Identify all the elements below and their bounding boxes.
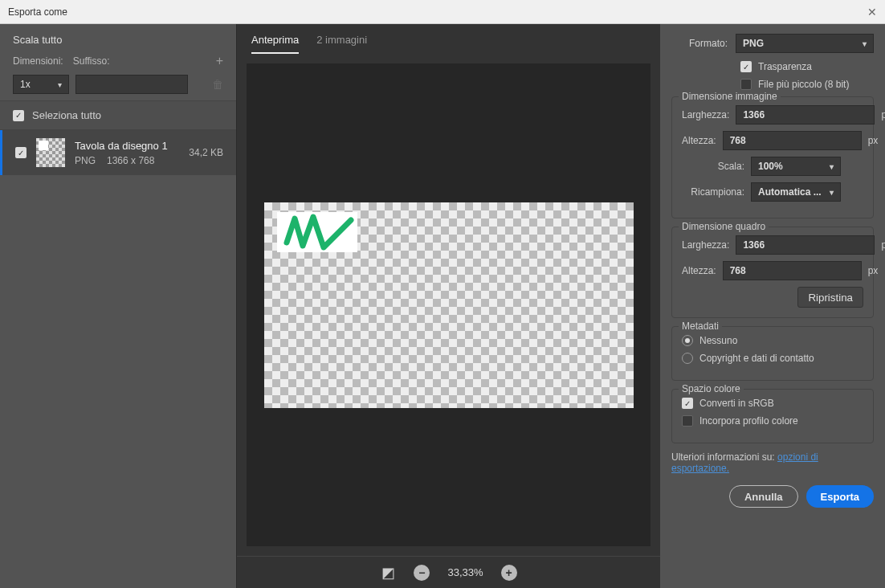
height-label: Altezza: xyxy=(682,135,716,146)
srgb-label: Converti in sRGB xyxy=(699,398,774,409)
preview-area[interactable] xyxy=(247,63,650,546)
left-panel: Scala tutto Dimensioni: Suffisso: + 1x ▾… xyxy=(0,24,237,588)
image-size-legend: Dimensione immagine xyxy=(679,91,781,102)
export-button[interactable]: Esporta xyxy=(806,485,874,508)
select-all-row[interactable]: ✓ Seleziona tutto xyxy=(0,100,236,130)
artboard-size: 34,2 KB xyxy=(189,147,223,158)
px-unit: px xyxy=(868,265,879,276)
format-value: PNG xyxy=(743,38,764,49)
canvas-width-input[interactable] xyxy=(736,235,875,255)
tab-two-up[interactable]: 2 immagini xyxy=(316,34,367,54)
resample-select[interactable]: Automatica ... ▾ xyxy=(751,182,841,202)
scale-select-img[interactable]: 100% ▾ xyxy=(751,157,841,176)
original-size-icon[interactable]: ◩ xyxy=(380,565,396,581)
colorspace-group: Spazio colore ✓ Converti in sRGB Incorpo… xyxy=(671,389,874,443)
suffix-label: Suffisso: xyxy=(73,55,110,67)
artboard-dims: 1366 x 768 xyxy=(107,155,154,166)
metadata-copyright-label: Copyright e dati di contatto xyxy=(699,353,814,364)
chevron-down-icon: ▾ xyxy=(863,39,867,48)
select-all-checkbox[interactable]: ✓ xyxy=(13,110,24,121)
tab-preview[interactable]: Anteprima xyxy=(251,34,299,54)
metadata-group: Metadati Nessuno Copyright e dati di con… xyxy=(671,326,874,381)
suffix-input[interactable] xyxy=(75,75,188,94)
titlebar: Esporta come ✕ xyxy=(0,0,885,24)
close-icon[interactable]: ✕ xyxy=(867,6,877,18)
select-all-label: Seleziona tutto xyxy=(32,109,101,121)
dimensions-label: Dimensioni: xyxy=(13,55,63,67)
image-size-group: Dimensione immagine Larghezza: px Altezz… xyxy=(671,96,874,218)
format-select[interactable]: PNG ▾ xyxy=(736,34,874,53)
scale-value: 1x xyxy=(20,79,31,90)
smallfile-label: File più piccolo (8 bit) xyxy=(758,79,849,90)
height-input[interactable] xyxy=(723,131,862,150)
px-unit: px xyxy=(881,239,885,251)
zoom-out-icon[interactable]: − xyxy=(414,565,430,581)
width-input[interactable] xyxy=(736,105,875,125)
px-unit: px xyxy=(881,109,885,120)
canvas-width-label: Larghezza: xyxy=(682,239,729,251)
canvas-height-input[interactable] xyxy=(723,261,862,280)
window-title: Esporta come xyxy=(8,6,67,18)
srgb-checkbox[interactable]: ✓ xyxy=(682,398,693,409)
colorspace-legend: Spazio colore xyxy=(679,383,744,394)
artboard-format: PNG xyxy=(75,155,96,166)
scale-img-value: 100% xyxy=(758,161,783,172)
canvas-size-legend: Dimensione quadro xyxy=(679,221,769,232)
right-panel: Formato: PNG ▾ ✓ Trasparenza File più pi… xyxy=(660,24,885,588)
metadata-none-radio[interactable] xyxy=(682,335,693,346)
width-label: Larghezza: xyxy=(682,109,729,120)
trash-icon[interactable]: 🗑 xyxy=(212,78,223,91)
scale-all-label: Scala tutto xyxy=(13,34,223,46)
chevron-down-icon: ▾ xyxy=(830,188,834,197)
metadata-none-label: Nessuno xyxy=(699,335,737,346)
chevron-down-icon: ▾ xyxy=(58,80,62,89)
artboard-thumbnail xyxy=(36,138,65,167)
preview-canvas xyxy=(264,202,634,408)
zoom-bar: ◩ − 33,33% + xyxy=(237,556,660,588)
format-label: Formato: xyxy=(671,38,728,49)
canvas-size-group: Dimensione quadro Larghezza: px Altezza:… xyxy=(671,227,874,318)
zoom-percent: 33,33% xyxy=(447,566,483,578)
canvas-height-label: Altezza: xyxy=(682,265,716,276)
resample-label: Ricampiona: xyxy=(682,186,744,198)
info-prefix: Ulteriori informazioni su: xyxy=(671,451,777,463)
metadata-copyright-radio[interactable] xyxy=(682,353,693,364)
scale-label: Scala: xyxy=(682,161,744,172)
add-size-icon[interactable]: + xyxy=(216,54,223,68)
artboard-name: Tavola da disegno 1 xyxy=(75,140,179,152)
metadata-legend: Metadati xyxy=(679,321,722,332)
embed-profile-checkbox[interactable] xyxy=(682,415,693,427)
more-info-text: Ulteriori informazioni su: opzioni di es… xyxy=(671,451,874,474)
smallfile-checkbox[interactable] xyxy=(740,79,752,90)
artboard-item[interactable]: ✓ Tavola da disegno 1 PNG 1366 x 768 34,… xyxy=(0,130,236,175)
transparency-label: Trasparenza xyxy=(758,61,812,72)
reset-button[interactable]: Ripristina xyxy=(797,287,863,308)
artboard-checkbox[interactable]: ✓ xyxy=(15,147,27,158)
center-panel: Anteprima 2 immagini ◩ − 33,33% + xyxy=(237,24,660,588)
scale-select[interactable]: 1x ▾ xyxy=(13,75,69,94)
cancel-button[interactable]: Annulla xyxy=(729,485,798,508)
embed-profile-label: Incorpora profilo colore xyxy=(699,415,798,427)
px-unit: px xyxy=(868,135,879,146)
transparency-checkbox[interactable]: ✓ xyxy=(740,61,752,72)
chevron-down-icon: ▾ xyxy=(830,162,834,171)
zoom-in-icon[interactable]: + xyxy=(501,565,517,581)
resample-value: Automatica ... xyxy=(758,186,822,198)
